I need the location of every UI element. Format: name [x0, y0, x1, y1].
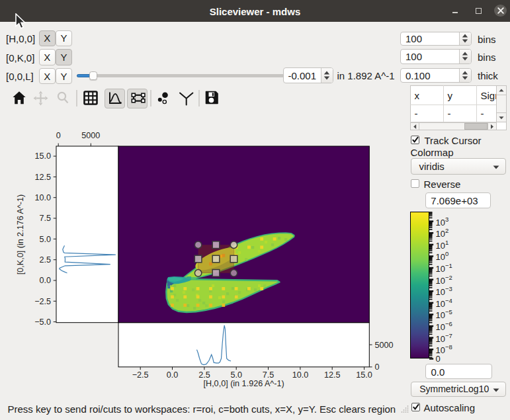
- svg-text:15.0: 15.0: [34, 151, 51, 161]
- svg-text:0.0: 0.0: [39, 276, 51, 285]
- svg-text:0: 0: [56, 131, 61, 140]
- svg-text:15.0: 15.0: [356, 370, 372, 380]
- svg-text:5.0: 5.0: [230, 370, 242, 380]
- svg-text:5000: 5000: [81, 131, 100, 140]
- svg-text:7.5: 7.5: [263, 370, 275, 380]
- svg-text:10.0: 10.0: [34, 193, 51, 202]
- svg-text:−2.5: −2.5: [132, 370, 149, 380]
- svg-text:5.0: 5.0: [39, 235, 51, 244]
- svg-text:[0,K,0] (in 2.176 A^-1): [0,K,0] (in 2.176 A^-1): [16, 194, 25, 274]
- svg-text:−5.0: −5.0: [34, 317, 51, 327]
- svg-text:0: 0: [375, 362, 380, 372]
- svg-text:12.5: 12.5: [324, 370, 341, 380]
- svg-text:7.5: 7.5: [39, 214, 51, 223]
- svg-text:12.5: 12.5: [34, 173, 51, 182]
- svg-text:[H,0,0] (in 1.926 A^-1): [H,0,0] (in 1.926 A^-1): [204, 379, 284, 388]
- svg-text:10.0: 10.0: [292, 370, 309, 380]
- svg-text:−2.5: −2.5: [34, 297, 51, 306]
- svg-text:2.5: 2.5: [39, 255, 51, 265]
- svg-text:5000: 5000: [375, 341, 394, 350]
- svg-text:0.0: 0.0: [167, 370, 179, 380]
- svg-text:2.5: 2.5: [198, 370, 210, 380]
